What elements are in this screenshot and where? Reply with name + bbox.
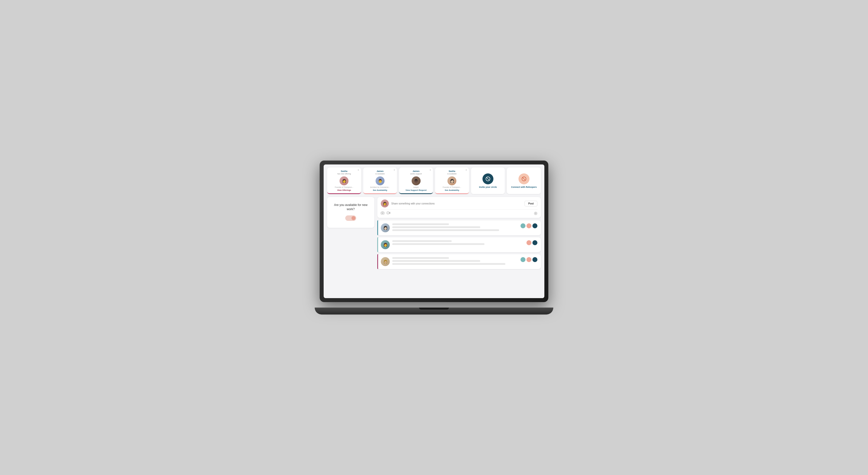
notif-name-3: James [401, 170, 431, 172]
post-content-3 [392, 257, 518, 266]
action-dot-dark[interactable] [532, 240, 537, 245]
notif-name-1: Sasha [330, 170, 359, 172]
avatar-sasha-2: 👩🏻 [447, 177, 456, 185]
composer-top: 👩 Post [381, 199, 537, 208]
notif-role-4: Founder of Thompson... [437, 186, 467, 188]
notif-card-james-available[interactable]: × James is available 👨 Architect for Com… [363, 167, 397, 194]
post-line [392, 260, 480, 262]
post-line [392, 243, 485, 245]
connect-reloopers-card[interactable]: Connect with Reloopers [507, 167, 541, 194]
svg-rect-2 [387, 212, 389, 214]
composer-input[interactable] [391, 202, 522, 205]
laptop-screen: × Sasha has new offering 👩 Founder of Th… [323, 164, 545, 298]
connect-reloopers-label: Connect with Reloopers [511, 186, 537, 188]
availability-card: Are you available for new work? [327, 197, 374, 228]
notif-action-1[interactable]: View Offerings [330, 189, 359, 191]
post-line [392, 240, 452, 242]
action-dot-salmon[interactable] [526, 223, 531, 228]
composer-avatar: 👩 [381, 199, 389, 208]
action-dot-teal[interactable] [521, 223, 525, 228]
post-content-1 [392, 223, 518, 232]
notif-role-2: Architect for Commerce... [366, 186, 395, 188]
notif-subtitle-1: has new offering [330, 173, 359, 175]
screen-content: × Sasha has new offering 👩 Founder of Th… [323, 164, 545, 298]
post-content-2 [392, 240, 524, 246]
availability-toggle[interactable] [345, 215, 356, 221]
action-dot-dark[interactable] [532, 257, 537, 262]
post-avatar-2: 👩 [381, 240, 390, 249]
avatar-james-1: 👨 [376, 177, 384, 185]
close-icon[interactable]: × [358, 169, 359, 171]
post-button[interactable]: Post [525, 201, 537, 207]
laptop-base [315, 308, 553, 315]
main-content: Are you available for new work? 👩 [327, 197, 541, 271]
post-actions-1 [521, 223, 537, 228]
availability-text: Are you available for new work? [331, 203, 370, 212]
post-border-2 [377, 237, 378, 252]
post-avatar-3: 👩🏼 [381, 257, 390, 266]
notif-name-2: James [366, 170, 395, 172]
post-line [392, 263, 505, 265]
action-dot-salmon[interactable] [526, 240, 531, 245]
notif-action-3[interactable]: View Support Request [401, 189, 431, 191]
notif-card-sasha-offering[interactable]: × Sasha has new offering 👩 Founder of Th… [327, 167, 361, 194]
notif-action-2[interactable]: See Availability [366, 189, 395, 191]
notification-row: × Sasha has new offering 👩 Founder of Th… [327, 167, 541, 194]
notif-card-sasha-available[interactable]: × Sasha is available 👩🏻 Founder of Thomp… [435, 167, 469, 194]
post-line [392, 223, 449, 225]
close-icon[interactable]: × [430, 169, 431, 171]
info-icon: i [534, 212, 537, 215]
post-line [392, 229, 499, 231]
feed-post-1: 👩🏻 [377, 220, 541, 235]
feed-post-2: 👩 [377, 237, 541, 252]
svg-marker-1 [389, 212, 390, 214]
notif-role-3: Lawyer [401, 186, 431, 188]
video-icon[interactable] [387, 211, 390, 215]
notif-subtitle-3: seeks support [401, 173, 431, 175]
laptop-notch [419, 308, 449, 310]
connect-reloopers-icon [519, 173, 529, 184]
close-icon[interactable]: × [394, 169, 395, 171]
laptop-body: × Sasha has new offering 👩 Founder of Th… [320, 160, 548, 302]
notif-subtitle-2: is available [366, 173, 395, 175]
invite-circle-card[interactable]: Invite your circle [471, 167, 505, 194]
avatar-sasha-1: 👩 [340, 177, 348, 185]
laptop-frame: × Sasha has new offering 👩 Founder of Th… [320, 160, 548, 315]
invite-circle-label: Invite your circle [479, 186, 497, 188]
notif-card-james-support[interactable]: × James seeks support 👨🏿 Lawyer View Sup… [399, 167, 433, 194]
composer-bottom: i [381, 210, 537, 215]
action-dot-salmon[interactable] [526, 257, 531, 262]
action-dot-dark[interactable] [532, 223, 537, 228]
post-composer: 👩 Post [377, 197, 541, 218]
svg-point-0 [382, 213, 383, 214]
post-border-1 [377, 220, 378, 235]
notif-role-1: Founder of Thompson... [330, 186, 359, 188]
camera-icon[interactable] [381, 211, 384, 215]
toggle-thumb [351, 216, 355, 220]
left-panel: Are you available for new work? [327, 197, 374, 271]
notif-subtitle-4: is available [437, 173, 467, 175]
close-icon[interactable]: × [466, 169, 467, 171]
invite-circle-icon [483, 173, 493, 184]
post-actions-2 [526, 240, 537, 245]
action-dot-teal[interactable] [521, 257, 525, 262]
post-border-3 [377, 254, 378, 269]
feed-post-3: 👩🏼 [377, 254, 541, 269]
post-line [392, 226, 480, 228]
post-avatar-1: 👩🏻 [381, 223, 390, 232]
post-line [392, 257, 449, 259]
notif-action-4[interactable]: See Availability [437, 189, 467, 191]
post-actions-3 [521, 257, 537, 262]
avatar-james-2: 👨🏿 [412, 177, 421, 185]
right-panel: 👩 Post [377, 197, 541, 271]
notif-name-4: Sasha [437, 170, 467, 172]
